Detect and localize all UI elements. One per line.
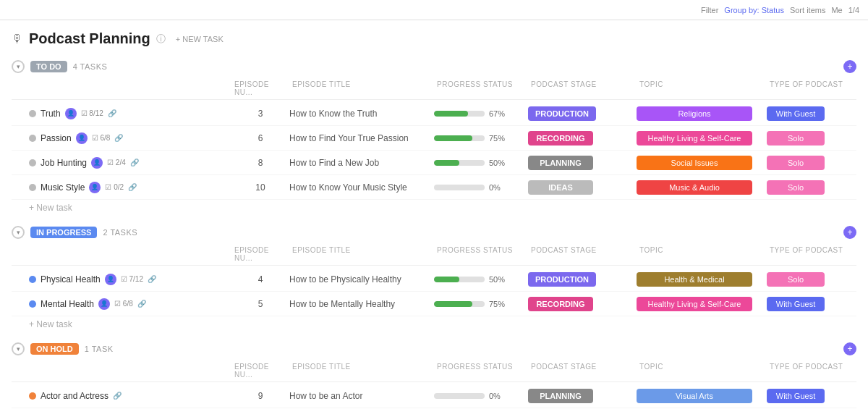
section-toggle-inprogress[interactable]: ▾	[12, 226, 25, 239]
task-link-icon[interactable]: 🔗	[128, 183, 137, 191]
task-dot	[29, 135, 36, 142]
progress-bar-bg	[434, 277, 485, 282]
task-name[interactable]: Music Style	[41, 182, 85, 193]
section-count-inprogress: 2 TASKS	[103, 228, 137, 237]
task-link-icon[interactable]: 🔗	[137, 300, 146, 308]
col-header-episode_num: EPISODE NU...	[231, 79, 289, 98]
topic-cell[interactable]: Healthy Living & Self-Care	[637, 297, 767, 311]
episode-title: How to Know the Truth	[289, 109, 434, 119]
type-cell[interactable]: Solo	[767, 272, 868, 287]
task-name[interactable]: Truth	[41, 109, 61, 119]
progress-bar-fill	[434, 135, 472, 141]
section-todo: ▾ TO DO 4 TASKS + EPISODE NU...EPISODE T…	[12, 57, 856, 216]
task-name[interactable]: Job Hunting	[41, 158, 87, 168]
section-toggle-onhold[interactable]: ▾	[12, 342, 25, 355]
add-task-inprogress[interactable]: + New task	[12, 316, 856, 332]
episode-title: How to be Mentally Healthy	[289, 299, 434, 309]
task-subtask: ☑ 7/12	[121, 275, 143, 283]
progress-cell: 0%	[434, 183, 528, 192]
task-name[interactable]: Physical Health	[41, 274, 101, 284]
type-badge: Solo	[767, 156, 825, 170]
stage-cell[interactable]: PLANNING	[528, 389, 637, 403]
sort-label[interactable]: Sort items	[790, 6, 826, 14]
add-task-circle-inprogress[interactable]: +	[843, 226, 856, 239]
type-cell[interactable]: Solo	[767, 131, 868, 146]
type-cell[interactable]: Solo	[767, 180, 868, 195]
table-row: Job Hunting 👤☑ 2/4 🔗 8How to Find a New …	[12, 151, 856, 175]
avatar: 👤	[91, 157, 103, 169]
table-row: Passion 👤☑ 6/8 🔗 6How to Find Your True …	[12, 126, 856, 151]
section-onhold: ▾ ON HOLD 1 TASK + EPISODE NU...EPISODE …	[12, 340, 856, 409]
table-row: Actor and Actress 🔗 9How to be an Actor …	[12, 384, 856, 408]
type-badge: Solo	[767, 272, 825, 287]
progress-bar-fill	[434, 301, 472, 307]
stage-cell[interactable]: RECORDING	[528, 297, 637, 311]
task-link-icon[interactable]: 🔗	[113, 392, 122, 400]
section-header-actions: +	[838, 226, 856, 239]
avatar: 👤	[105, 274, 116, 285]
progress-cell: 0%	[434, 392, 528, 400]
topic-badge: Healthy Living & Self-Care	[637, 131, 752, 146]
type-cell[interactable]: With Guest	[767, 297, 868, 311]
task-link-icon[interactable]: 🔗	[108, 109, 116, 117]
task-link-icon[interactable]: 🔗	[130, 159, 139, 166]
stage-badge: IDEAS	[528, 180, 593, 195]
col-header-progress: PROGRESS STATUS	[434, 245, 528, 263]
add-task-circle-todo[interactable]: +	[843, 60, 856, 73]
task-dot	[29, 159, 36, 166]
type-badge: With Guest	[767, 297, 825, 311]
add-task-circle-onhold[interactable]: +	[843, 342, 856, 355]
topic-cell[interactable]: Social Issues	[637, 156, 767, 170]
stage-cell[interactable]: IDEAS	[528, 180, 637, 195]
type-cell[interactable]: Solo	[767, 156, 868, 170]
topic-cell[interactable]: Health & Medical	[637, 272, 767, 287]
col-header-stage: PODCAST STAGE	[528, 79, 637, 98]
topic-badge: Religions	[637, 106, 752, 121]
task-subtask: ☑ 2/4	[107, 159, 126, 166]
progress-bar-fill	[434, 277, 459, 282]
stage-badge: PLANNING	[528, 156, 593, 170]
episode-number: 10	[231, 182, 289, 193]
col-header-progress: PROGRESS STATUS	[434, 79, 528, 98]
topic-cell[interactable]: Visual Arts	[637, 389, 767, 403]
group-by-label[interactable]: Group by: Status	[724, 6, 784, 14]
episode-title: How to be an Actor	[289, 391, 434, 401]
progress-bar-bg	[434, 301, 485, 307]
info-icon[interactable]: ⓘ	[156, 33, 166, 46]
episode-number: 9	[231, 391, 289, 401]
task-name[interactable]: Actor and Actress	[41, 391, 109, 401]
col-header-episode_num: EPISODE NU...	[231, 361, 289, 380]
stage-cell[interactable]: RECORDING	[528, 131, 637, 146]
topic-cell[interactable]: Religions	[637, 106, 767, 121]
col-header-name	[29, 245, 231, 263]
task-link-icon[interactable]: 🔗	[114, 134, 123, 142]
progress-bar-bg	[434, 185, 485, 190]
type-cell[interactable]: With Guest	[767, 389, 868, 403]
col-header-type: TYPE OF PODCAST	[767, 245, 868, 263]
table-row: Truth 👤☑ 8/12 🔗 3How to Know the Truth 6…	[12, 101, 856, 126]
task-name[interactable]: Passion	[41, 133, 72, 143]
stage-cell[interactable]: PRODUCTION	[528, 106, 637, 121]
topic-badge: Music & Audio	[637, 180, 752, 195]
add-task-todo[interactable]: + New task	[12, 200, 856, 216]
progress-text: 50%	[489, 275, 509, 284]
new-task-button[interactable]: + NEW TASK	[171, 33, 228, 45]
progress-text: 75%	[489, 134, 509, 143]
me-label[interactable]: Me	[831, 6, 842, 14]
task-name[interactable]: Mental Health	[41, 299, 94, 309]
task-dot	[29, 110, 36, 117]
stage-cell[interactable]: PRODUCTION	[528, 272, 637, 287]
col-header-episode_title: EPISODE TITLE	[289, 79, 434, 98]
task-link-icon[interactable]: 🔗	[148, 275, 156, 283]
section-toggle-todo[interactable]: ▾	[12, 60, 25, 73]
topic-cell[interactable]: Music & Audio	[637, 180, 767, 195]
task-name-cell: Physical Health 👤☑ 7/12 🔗	[29, 274, 231, 285]
filter-label[interactable]: Filter	[701, 6, 718, 14]
stage-badge: PLANNING	[528, 389, 593, 403]
topic-cell[interactable]: Healthy Living & Self-Care	[637, 131, 767, 146]
stage-cell[interactable]: PLANNING	[528, 156, 637, 170]
progress-bar-bg	[434, 393, 485, 399]
col-headers-todo: EPISODE NU...EPISODE TITLEPROGRESS STATU…	[12, 77, 856, 100]
progress-text: 0%	[489, 392, 509, 400]
type-cell[interactable]: With Guest	[767, 106, 868, 121]
